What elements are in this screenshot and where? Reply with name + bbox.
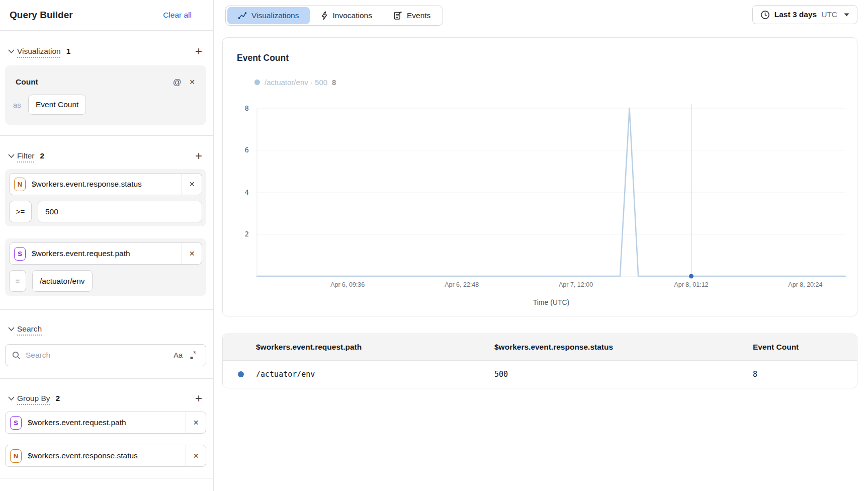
group-by-field[interactable]: S $workers.event.request.path ✕ [5,412,206,434]
results-table: $workers.event.request.path $workers.eve… [222,334,857,388]
workers-observability-app: Query Builder Clear all Visualization 1 … [0,0,868,491]
tab-visualizations[interactable]: Visualizations [227,7,310,24]
search-section-label[interactable]: Search [17,324,42,334]
filter-field[interactable]: N $workers.event.response.status ✕ [9,173,202,195]
query-builder-sidebar: Query Builder Clear all Visualization 1 … [0,0,214,491]
cell-count: 8 [753,370,857,379]
add-filter-button[interactable]: + [191,149,206,162]
chevron-down-icon[interactable] [5,45,17,57]
filter-count: 2 [40,151,44,160]
chart-plot-area[interactable]: 2468Apr 6, 09:36Apr 6, 22:48Apr 7, 12:00… [227,101,855,301]
svg-text:6: 6 [245,146,249,154]
remove-visualization-icon[interactable]: ✕ [185,76,200,88]
visualization-card: Count @ ✕ as Event Count [5,65,206,125]
group-by-section-label[interactable]: Group By [17,394,50,403]
metric-label[interactable]: Count [16,77,38,87]
group-by-section-header: Group By 2 + [5,392,206,405]
tab-label: Invocations [333,11,372,20]
tab-events[interactable]: Events [383,7,441,24]
filter-card: S $workers.event.request.path ✕ = /actua… [5,238,206,296]
section-divider [0,309,213,310]
table-header-row: $workers.event.request.path $workers.eve… [223,334,857,360]
svg-text:Apr 8, 20:24: Apr 8, 20:24 [788,281,822,288]
chevron-down-icon[interactable] [5,150,17,162]
filter-field[interactable]: S $workers.event.request.path ✕ [9,242,202,265]
series-color-dot [238,371,244,377]
legend-series-dot [254,79,260,85]
svg-text:Apr 6, 09:36: Apr 6, 09:36 [330,281,365,288]
svg-text:*: * [193,351,196,358]
search-input[interactable] [26,351,173,360]
chart-title: Event Count [237,53,289,63]
add-visualization-button[interactable]: + [191,45,206,58]
chevron-down-icon[interactable] [5,392,17,404]
remove-group-by-icon[interactable]: ✕ [186,412,206,433]
group-by-count: 2 [55,394,60,403]
legend-series-label: /actuator/env · 500 [265,78,327,87]
event-log-icon [393,11,402,20]
filter-field-name: $workers.event.request.path [32,249,182,258]
svg-text:8: 8 [245,104,249,112]
as-label: as [12,101,28,109]
column-header-count: Event Count [753,343,857,352]
group-by-field-name: $workers.event.response.status [28,451,186,460]
chart-legend[interactable]: /actuator/env · 500 8 [254,78,336,87]
svg-text:Apr 7, 12:00: Apr 7, 12:00 [559,281,593,288]
number-type-badge: N [14,178,26,191]
number-type-badge: N [10,449,22,463]
remove-group-by-icon[interactable]: ✕ [186,445,206,466]
visualization-section-label[interactable]: Visualization [17,47,61,56]
search-box: Aa * [5,344,206,366]
sidebar-header: Query Builder Clear all [0,0,213,31]
filter-operator-select[interactable]: >= [9,201,32,222]
search-icon [12,351,21,360]
group-by-field-name: $workers.event.request.path [28,418,186,427]
filter-operator-select[interactable]: = [9,270,26,292]
time-range-selector[interactable]: Last 3 days UTC [752,5,857,24]
filter-section-header: Filter 2 + [5,149,206,162]
filter-value-input[interactable]: 500 [38,201,202,222]
time-range-label: Last 3 days [774,10,817,19]
cell-status: 500 [494,370,753,379]
section-divider [0,378,213,379]
clear-all-button[interactable]: Clear all [163,11,192,20]
column-header-status: $workers.event.response.status [494,343,753,352]
remove-filter-icon[interactable]: ✕ [182,243,202,264]
clock-icon [760,10,770,20]
regex-toggle-icon[interactable]: * [190,351,199,360]
page-title: Query Builder [10,10,73,21]
search-section-header: Search [5,322,206,336]
filter-section-label[interactable]: Filter [17,151,34,160]
view-tabs: Visualizations Invocations Events [225,6,443,26]
add-group-by-button[interactable]: + [191,392,206,405]
sidebar-body: Visualization 1 + Count @ ✕ as Event Cou… [0,45,213,478]
visualization-count: 1 [66,47,71,56]
table-row[interactable]: /actuator/env 500 8 [223,360,857,388]
tab-label: Events [407,11,430,20]
chevron-down-icon[interactable] [5,323,17,335]
section-divider [0,135,213,136]
caret-down-icon [844,13,849,17]
svg-text:Apr 8, 01:12: Apr 8, 01:12 [674,281,708,288]
visualization-section-header: Visualization 1 + [5,45,206,58]
remove-filter-icon[interactable]: ✕ [182,174,202,195]
filter-value-input[interactable]: /actuator/env [32,270,93,292]
column-header-path: $workers.event.request.path [256,343,494,352]
match-case-toggle[interactable]: Aa [173,351,183,359]
event-count-chart-card: Event Count /actuator/env · 500 8 2468Ap… [222,37,857,316]
x-axis-caption: Time (UTC) [257,298,845,306]
timezone-label: UTC [821,10,837,19]
svg-text:4: 4 [245,188,249,196]
string-type-badge: S [10,416,22,430]
visualization-alias-input[interactable]: Event Count [28,95,86,115]
line-chart-icon [238,11,247,20]
group-by-field[interactable]: N $workers.event.response.status ✕ [5,445,206,467]
svg-text:2: 2 [245,230,249,238]
filter-field-name: $workers.event.response.status [32,180,182,189]
section-divider [0,478,213,478]
svg-text:Apr 6, 22:48: Apr 6, 22:48 [445,281,479,288]
tab-invocations[interactable]: Invocations [310,7,383,24]
alias-at-icon[interactable]: @ [169,76,185,88]
cell-path: /actuator/env [256,370,494,379]
tab-label: Visualizations [251,11,299,20]
